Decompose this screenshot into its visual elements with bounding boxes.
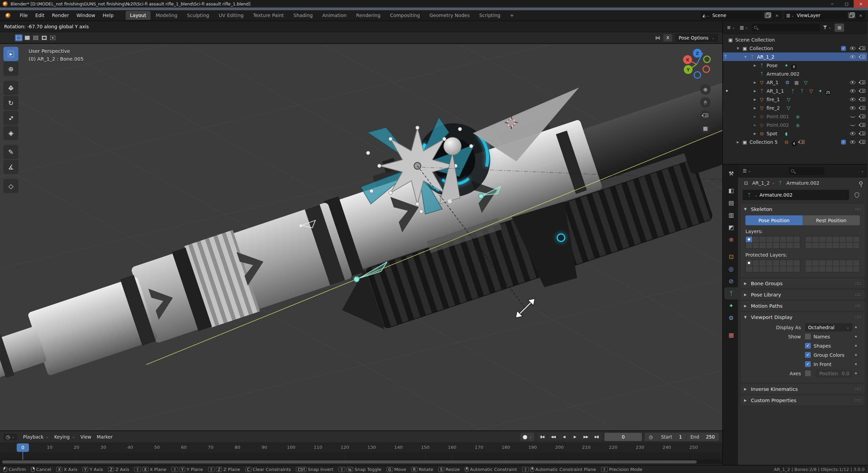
timeline-menu[interactable]: Keying ⌄ <box>51 433 78 441</box>
gizmo-z-neg[interactable] <box>694 71 701 79</box>
disclosure-triangle-icon[interactable]: ▼ <box>735 47 741 50</box>
panel-drag-dots[interactable]: ∷∷ <box>855 304 861 308</box>
workspace-tab[interactable]: UV Editing <box>214 11 248 20</box>
new-collection-button[interactable]: ⊞ <box>835 24 844 32</box>
workspace-tab[interactable]: Geometry Nodes <box>425 11 474 20</box>
panel-drag-dots[interactable]: ∷∷ <box>855 398 861 403</box>
disclosure-triangle-icon[interactable]: ▶ <box>752 106 758 110</box>
world-tab[interactable]: ⊕ <box>724 233 738 246</box>
properties-search-input[interactable] <box>796 168 822 173</box>
camera-render-icon[interactable] <box>860 80 865 84</box>
select-mode-subtract-button[interactable] <box>32 34 40 41</box>
jump-to-start-button[interactable]: ▮◀ <box>537 433 547 441</box>
auto-keying-button[interactable]: ● ⌄ <box>520 433 534 441</box>
panel-drag-dots[interactable]: ∷∷ <box>855 292 861 297</box>
camera-render-icon[interactable] <box>860 106 865 110</box>
group-colors-checkbox[interactable] <box>805 352 811 358</box>
pose-mirror-x-toggle[interactable]: X <box>663 34 672 42</box>
outliner-row-collection-5[interactable]: ▶ ▣ Collection 5 ⊙ 4 <box>723 138 867 146</box>
outliner-editor-type-button[interactable]: ≣ ⌄ <box>726 24 736 31</box>
disclosure-triangle-icon[interactable]: ▶ <box>752 98 758 101</box>
disclosure-triangle-icon[interactable]: ▶ <box>752 81 758 84</box>
constraints-tab[interactable]: ⊘ <box>724 275 738 287</box>
gizmo-x-neg[interactable] <box>703 65 710 73</box>
workspace-tab[interactable]: Shading <box>289 11 317 20</box>
pan-hand-icon[interactable]: ✋︎ <box>700 97 711 108</box>
workspace-tab[interactable]: Rendering <box>352 11 385 20</box>
properties-editor-type-button[interactable]: ☰ ⌄ <box>741 168 752 174</box>
in-front-checkbox[interactable] <box>805 361 811 367</box>
workspace-tab[interactable]: Modeling <box>151 11 182 20</box>
orthographic-grid-icon[interactable]: ▦ <box>700 123 711 134</box>
timeline-ruler[interactable]: 0102030405060708090100110120130140150160… <box>0 442 722 452</box>
disclosure-triangle-icon[interactable]: ▼ <box>742 55 749 59</box>
workspace-tab[interactable]: Texture Paint <box>249 11 288 20</box>
unlink-scene-button[interactable]: × <box>774 13 780 18</box>
cursor-tool[interactable]: ⊕ <box>3 62 18 76</box>
tool-tab[interactable]: ⚒ <box>724 167 738 180</box>
eye-closed-icon[interactable] <box>850 124 855 126</box>
animate-dot[interactable] <box>855 345 857 347</box>
new-view-layer-button[interactable] <box>848 12 855 18</box>
outliner-row-pose[interactable]: ▶ ᛉ Pose ✦ 8 <box>723 61 867 70</box>
select-mode-invert-button[interactable] <box>41 34 48 41</box>
gizmo-z-axis[interactable]: Z <box>693 49 702 58</box>
rest-position-button[interactable]: Rest Position <box>803 215 860 225</box>
camera-render-icon[interactable] <box>860 89 865 93</box>
close-button[interactable]: × <box>854 0 868 7</box>
next-keyframe-button[interactable]: ▶▶ <box>581 433 591 441</box>
camera-render-icon[interactable] <box>860 115 865 118</box>
collection-checkbox[interactable] <box>841 140 846 144</box>
minimize-button[interactable]: ─ <box>825 0 839 7</box>
display-as-dropdown[interactable]: Octahedral ⌄ <box>805 323 852 332</box>
panel-drag-dots[interactable]: ∷∷ <box>855 315 861 320</box>
workspace-tab[interactable]: Layout <box>126 11 151 20</box>
eye-visibility-icon[interactable] <box>850 98 855 101</box>
3d-viewport[interactable]: User Perspective (0) AR_1_2 : Bone.005 ▶… <box>0 44 722 430</box>
eye-visibility-icon[interactable] <box>850 140 855 144</box>
outliner-row-ar-1-1[interactable]: ▶ ᛉ AR_1_1 ᛉ ᛉ ▽ ✦ 25 <box>723 87 867 95</box>
scene-tab[interactable]: ◩ <box>724 221 738 233</box>
object-tab[interactable]: ⊡ <box>724 250 738 263</box>
texture-tab[interactable]: ▦ <box>724 329 738 341</box>
eye-visibility-icon[interactable] <box>850 106 855 110</box>
animate-dot[interactable] <box>855 336 857 337</box>
outliner-filter-button[interactable]: ⌄ <box>822 25 833 30</box>
measure-tool[interactable]: ∡ <box>3 160 18 174</box>
shapes-checkbox[interactable] <box>805 343 811 349</box>
outliner-row-collection[interactable]: ▼ ▣ Collection <box>723 44 867 52</box>
move-tool[interactable]: ↔ <box>3 81 18 95</box>
camera-view-icon[interactable] <box>700 110 711 121</box>
timeline-menu[interactable]: Marker ⌄ <box>94 433 115 441</box>
eye-visibility-icon[interactable] <box>850 89 855 93</box>
navigation-gizmo[interactable]: Z X Y <box>675 48 713 86</box>
timeline-menu[interactable]: Playback ⌄ <box>20 433 52 441</box>
breakdowner-tool[interactable]: ◇ <box>3 179 18 193</box>
menubar-menu[interactable]: Window <box>73 12 98 19</box>
pose-options-dropdown[interactable]: Pose Options ⌄ <box>675 34 718 42</box>
bone-constraints-tab[interactable]: ⚙ <box>724 312 738 324</box>
fake-user-button[interactable] <box>851 190 863 200</box>
eye-visibility-icon[interactable] <box>850 81 855 84</box>
animate-dot[interactable] <box>855 372 857 374</box>
disclosure-triangle-icon[interactable]: ▶ <box>735 140 741 144</box>
annotate-tool[interactable]: ✎ <box>3 145 18 159</box>
panel-drag-dots[interactable]: ∷∷ <box>855 387 861 392</box>
camera-render-icon[interactable] <box>860 46 865 50</box>
zoom-icon[interactable]: ⊕ <box>700 84 711 95</box>
outliner-row-fire-1[interactable]: ▶ ▽ fire_1 ▽ <box>723 95 867 104</box>
eye-visibility-icon[interactable] <box>850 55 855 59</box>
physics-tab[interactable]: ◎ <box>724 263 738 275</box>
camera-render-icon[interactable] <box>860 140 865 144</box>
armature-name-field[interactable]: ᛉ ⌄ Armature.002 <box>743 190 849 200</box>
disclosure-triangle-icon[interactable]: ▶ <box>752 64 758 67</box>
outliner-row-ar-1[interactable]: ▶ ▽ AR_1 ⚙ ▦ ▽ <box>723 78 867 87</box>
eye-visibility-icon[interactable] <box>850 132 855 135</box>
timeline-menu[interactable]: View ⌄ <box>78 433 94 441</box>
timeline-editor-type-button[interactable]: ◷ ⌄ <box>3 433 17 440</box>
maximize-button[interactable]: □ <box>839 0 854 7</box>
animate-dot[interactable] <box>855 326 857 328</box>
transform-tool[interactable]: ◈ <box>3 126 18 140</box>
menubar-menu[interactable]: File <box>17 12 31 19</box>
outliner-row-point-002[interactable]: ▶ ⊙ Point.002 ◉ <box>723 121 867 129</box>
